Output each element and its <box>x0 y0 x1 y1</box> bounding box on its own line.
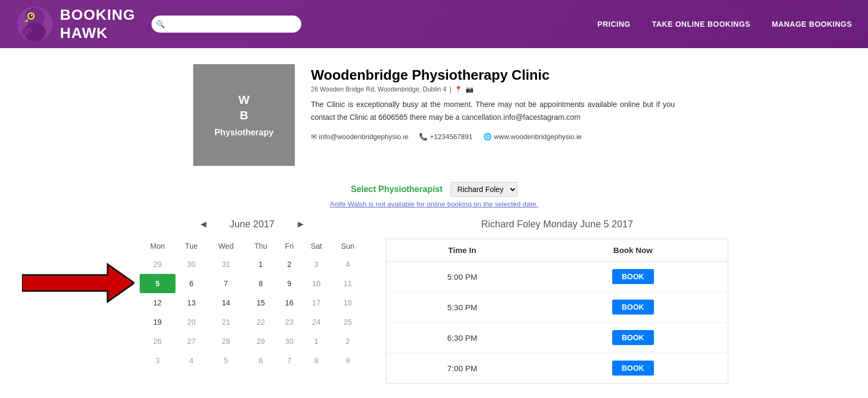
calendar-day: 23 <box>277 312 302 332</box>
clinic-name: Woodenbridge Physiotherapy Clinic <box>311 67 675 83</box>
book-button[interactable]: BOOK <box>612 330 654 345</box>
calendar-day: 3 <box>140 351 176 370</box>
calendar-wrapper: ◄ June 2017 ► Mon Tue Wed Thu Fri Sat Su… <box>140 219 364 370</box>
calendar-day: 1 <box>302 332 331 351</box>
calendar-day: 4 <box>331 255 364 274</box>
calendar-day: 5 <box>208 351 245 370</box>
booking-time: 5:00 PM <box>386 262 538 292</box>
calendar-week-row: 262728293012 <box>140 332 364 351</box>
physio-unavailable-text[interactable]: Aoife Walsh is not available for online … <box>21 200 847 208</box>
weekday-fri: Fri <box>277 238 302 255</box>
clinic-address: 26 Wooden Bridge Rd, Woodenbridge, Dubli… <box>311 86 675 93</box>
calendar-header: ◄ June 2017 ► <box>140 219 364 230</box>
calendar-day[interactable]: 6 <box>176 274 208 293</box>
clinic-card: WB Physiotherapy Woodenbridge Physiother… <box>193 64 675 166</box>
calendar-weekdays-row: Mon Tue Wed Thu Fri Sat Sun <box>140 238 364 255</box>
calendar-day: 17 <box>302 293 331 312</box>
globe-icon: 🌐 <box>483 133 492 141</box>
header: BOOKING HAWK PRICING TAKE ONLINE BOOKING… <box>0 0 868 48</box>
calendar-day: 7 <box>277 351 302 370</box>
booking-row: 5:30 PMBOOK <box>386 292 728 323</box>
calendar-day: 3 <box>302 255 331 274</box>
calendar-day: 6 <box>245 351 277 370</box>
email-link[interactable]: info@woodenbridgephysio.ie <box>319 133 408 141</box>
calendar-day[interactable]: 14 <box>208 293 245 312</box>
calendar-day[interactable]: 12 <box>140 293 176 312</box>
main-nav: PRICING TAKE ONLINE BOOKINGS MANAGE BOOK… <box>597 20 852 28</box>
nav-manage-bookings[interactable]: MANAGE BOOKINGS <box>772 20 852 28</box>
physio-selector-section: Select Physiotherapist Richard Foley Aoi… <box>21 182 847 208</box>
booking-row: 7:00 PMBOOK <box>386 353 728 384</box>
calendar-day: 30 <box>277 332 302 351</box>
calendar-day[interactable]: 7 <box>208 274 245 293</box>
calendar-day[interactable]: 5 <box>140 274 176 293</box>
red-arrow-icon <box>22 262 134 304</box>
calendar-day[interactable]: 13 <box>176 293 208 312</box>
clinic-contacts: ✉ info@woodenbridgephysio.ie 📞 +12345678… <box>311 133 675 141</box>
arrow-container <box>22 262 140 304</box>
site-title: BOOKING HAWK <box>60 6 135 42</box>
email-contact: ✉ info@woodenbridgephysio.ie <box>311 133 408 141</box>
calendar-day[interactable]: 16 <box>277 293 302 312</box>
calendar-day: 9 <box>331 351 364 370</box>
calendar-day: 29 <box>245 332 277 351</box>
booking-section: ◄ June 2017 ► Mon Tue Wed Thu Fri Sat Su… <box>140 219 728 384</box>
booking-time: 5:30 PM <box>386 292 538 323</box>
calendar-day[interactable]: 9 <box>277 274 302 293</box>
nav-take-bookings[interactable]: TAKE ONLINE BOOKINGS <box>652 20 750 28</box>
calendar-day[interactable]: 1 <box>245 255 277 274</box>
booking-title: Richard Foley Monday June 5 2017 <box>386 219 728 230</box>
calendar-day: 8 <box>302 351 331 370</box>
calendar-day: 10 <box>302 274 331 293</box>
weekday-sat: Sat <box>302 238 331 255</box>
main-content: WB Physiotherapy Woodenbridge Physiother… <box>0 48 868 398</box>
website-link[interactable]: www.woodenbridgephysio.ie <box>494 133 582 141</box>
phone-contact: 📞 +1234567891 <box>419 133 473 141</box>
calendar-day: 4 <box>176 351 208 370</box>
book-button[interactable]: BOOK <box>612 300 654 315</box>
calendar-day[interactable]: 15 <box>245 293 277 312</box>
calendar-day: 31 <box>208 255 245 274</box>
svg-marker-8 <box>22 264 134 302</box>
calendar-next-button[interactable]: ► <box>296 219 306 230</box>
clinic-description: The Clinic is exceptionally busy at the … <box>311 98 675 124</box>
calendar-month-label: June 2017 <box>230 219 275 230</box>
svg-point-4 <box>31 15 33 17</box>
physio-selector-label: Select Physiotherapist <box>351 185 443 194</box>
calendar-prev-button[interactable]: ◄ <box>199 219 208 230</box>
clinic-logo-initials: WB <box>239 93 250 123</box>
weekday-mon: Mon <box>140 238 176 255</box>
website-contact: 🌐 www.woodenbridgephysio.ie <box>483 133 582 141</box>
calendar-week-row: 3456789 <box>140 351 364 370</box>
calendar-day: 22 <box>245 312 277 332</box>
calendar-day: 25 <box>331 312 364 332</box>
nav-pricing[interactable]: PRICING <box>597 20 630 28</box>
location-icon: 📍 <box>454 86 462 93</box>
search-input[interactable] <box>151 16 301 33</box>
phone-icon: 📞 <box>419 133 428 141</box>
search-bar[interactable] <box>151 16 301 33</box>
booking-table: Time In Book Now 5:00 PMBOOK5:30 PMBOOK6… <box>386 239 728 384</box>
weekday-thu: Thu <box>245 238 277 255</box>
calendar-day: 18 <box>331 293 364 312</box>
calendar-day[interactable]: 19 <box>140 312 176 332</box>
calendar-day: 2 <box>331 332 364 351</box>
email-icon: ✉ <box>311 133 317 141</box>
calendar-day: 30 <box>176 255 208 274</box>
book-button[interactable]: BOOK <box>612 269 654 284</box>
calendar-day[interactable]: 2 <box>277 255 302 274</box>
weekday-sun: Sun <box>331 238 364 255</box>
calendar-day: 28 <box>208 332 245 351</box>
hawk-icon <box>16 5 54 43</box>
address-icons: | <box>450 86 451 93</box>
calendar-week-row: 2930311234 <box>140 255 364 274</box>
booking-header-row: Time In Book Now <box>386 239 728 262</box>
weekday-wed: Wed <box>208 238 245 255</box>
physio-select[interactable]: Richard Foley Aoife Walsh <box>451 182 517 197</box>
booking-wrapper: Richard Foley Monday June 5 2017 Time In… <box>386 219 728 384</box>
calendar-day[interactable]: 8 <box>245 274 277 293</box>
book-button[interactable]: BOOK <box>612 361 654 376</box>
logo: BOOKING HAWK <box>16 5 135 43</box>
col-time-header: Time In <box>386 239 538 262</box>
col-book-header: Book Now <box>538 239 728 262</box>
